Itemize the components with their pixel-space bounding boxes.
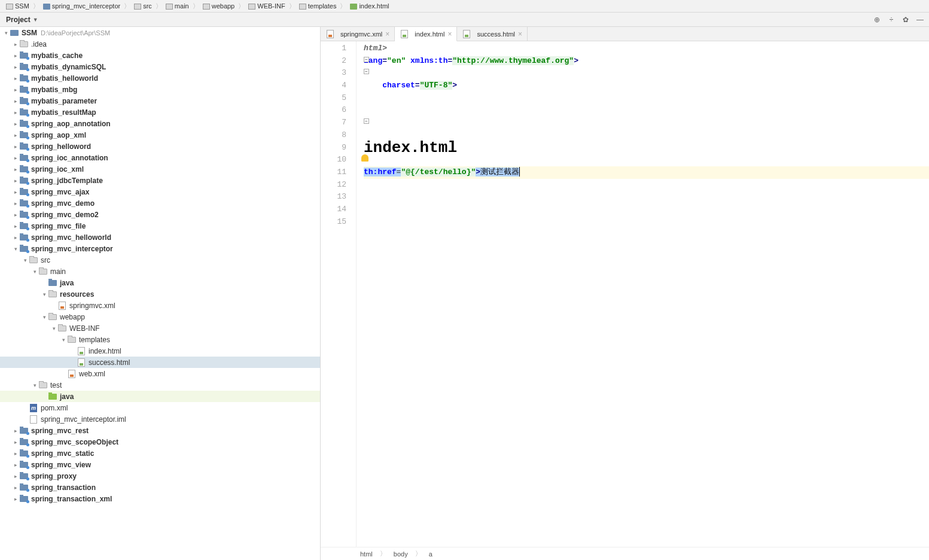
expand-arrow-icon[interactable]: ▾ bbox=[50, 325, 57, 331]
project-tree[interactable]: ▾ SSM D:\ideaPorject\Apr\SSM ▸ .idea ▸ m… bbox=[0, 27, 321, 560]
tree-item[interactable]: ▸ spring_transaction bbox=[0, 482, 320, 493]
tree-item[interactable]: ▸ spring_mvc_static bbox=[0, 448, 320, 459]
locate-icon[interactable]: ⊕ bbox=[873, 16, 881, 24]
close-icon[interactable]: × bbox=[385, 30, 389, 38]
tree-item[interactable]: ▸ spring_mvc_demo bbox=[0, 197, 320, 209]
tree-item[interactable]: ▾ src bbox=[0, 254, 320, 266]
tree-item[interactable]: ▸ spring_ioc_annotation bbox=[0, 152, 320, 163]
tree-item[interactable]: web.xml bbox=[0, 368, 320, 379]
breadcrumb-node[interactable]: a bbox=[425, 550, 436, 558]
breadcrumb-item[interactable]: templates bbox=[297, 2, 339, 10]
expand-arrow-icon[interactable]: ▸ bbox=[12, 439, 19, 445]
expand-arrow-icon[interactable]: ▾ bbox=[12, 246, 19, 252]
breadcrumb-item[interactable]: main bbox=[163, 2, 191, 10]
fold-icon[interactable]: − bbox=[364, 69, 369, 74]
tree-item[interactable]: ▾ main bbox=[0, 266, 320, 277]
tree-item[interactable]: index.html bbox=[0, 345, 320, 357]
tree-item[interactable]: ▸ spring_mvc_rest bbox=[0, 425, 320, 436]
expand-arrow-icon[interactable]: ▸ bbox=[12, 473, 19, 479]
expand-arrow-icon[interactable]: ▸ bbox=[12, 155, 19, 161]
tree-root-item[interactable]: ▾ SSM D:\ideaPorject\Apr\SSM bbox=[0, 27, 320, 38]
code-line[interactable] bbox=[364, 154, 929, 166]
tree-item[interactable]: ▸ spring_mvc_helloworld bbox=[0, 232, 320, 243]
tree-item[interactable]: ▸ mybatis_mbg bbox=[0, 84, 320, 95]
tree-item[interactable]: ▸ spring_ioc_xml bbox=[0, 163, 320, 175]
code-line[interactable]: −lang="en" xmlns:th="http://www.thymelea… bbox=[364, 55, 929, 68]
expand-arrow-icon[interactable]: ▾ bbox=[31, 269, 38, 275]
expand-arrow-icon[interactable]: ▸ bbox=[12, 41, 19, 47]
expand-arrow-icon[interactable]: ▸ bbox=[12, 166, 19, 172]
code-line[interactable]: − bbox=[364, 117, 929, 129]
expand-arrow-icon[interactable]: ▸ bbox=[12, 235, 19, 241]
breadcrumb-node[interactable]: html bbox=[357, 550, 376, 558]
tree-item[interactable]: ▸ .idea bbox=[0, 38, 320, 50]
collapse-all-icon[interactable]: ÷ bbox=[887, 16, 896, 24]
tree-item[interactable]: ▸ spring_mvc_ajax bbox=[0, 186, 320, 197]
tree-item[interactable]: ▾ resources bbox=[0, 288, 320, 300]
expand-arrow-icon[interactable]: ▸ bbox=[12, 496, 19, 502]
tree-item[interactable]: spring_mvc_interceptor.iml bbox=[0, 413, 320, 425]
tree-item[interactable]: ▸ spring_mvc_scopeObject bbox=[0, 436, 320, 448]
tree-item[interactable]: ▾ templates bbox=[0, 334, 320, 345]
tree-item[interactable]: ▸ mybatis_dynamicSQL bbox=[0, 61, 320, 72]
expand-arrow-icon[interactable]: ▸ bbox=[12, 98, 19, 104]
tree-item[interactable]: ▸ spring_mvc_demo2 bbox=[0, 209, 320, 220]
tree-item[interactable]: ▾ WEB-INF bbox=[0, 322, 320, 334]
editor-tab[interactable]: springmvc.xml × bbox=[321, 27, 395, 41]
code-editor[interactable]: 123456789101112131415 html>−lang="en" xm… bbox=[321, 41, 929, 547]
expand-arrow-icon[interactable]: ▸ bbox=[12, 87, 19, 93]
expand-arrow-icon[interactable]: ▾ bbox=[60, 337, 67, 343]
close-icon[interactable]: × bbox=[518, 30, 522, 38]
expand-arrow-icon[interactable]: ▸ bbox=[12, 223, 19, 229]
tree-item[interactable]: java bbox=[0, 277, 320, 288]
editor-tab[interactable]: success.html × bbox=[457, 27, 528, 41]
settings-icon[interactable]: ✿ bbox=[901, 16, 910, 24]
expand-arrow-icon[interactable]: ▸ bbox=[12, 64, 19, 70]
expand-arrow-icon[interactable]: ▸ bbox=[12, 200, 19, 206]
tree-item[interactable]: springmvc.xml bbox=[0, 300, 320, 311]
expand-arrow-icon[interactable]: ▸ bbox=[12, 144, 19, 150]
code-line[interactable]: html> bbox=[364, 42, 929, 55]
expand-arrow-icon[interactable]: ▾ bbox=[41, 314, 48, 320]
breadcrumb-item[interactable]: index.html bbox=[348, 2, 391, 10]
expand-arrow-icon[interactable]: ▸ bbox=[12, 428, 19, 434]
expand-arrow-icon[interactable]: ▸ bbox=[12, 212, 19, 218]
code-line[interactable] bbox=[364, 191, 929, 203]
breadcrumb-item[interactable]: SSM bbox=[4, 2, 32, 10]
tree-item[interactable]: ▾ webapp bbox=[0, 311, 320, 322]
code-line[interactable]: charset="UTF-8"> bbox=[364, 80, 929, 92]
tree-item[interactable]: ▸ mybatis_helloworld bbox=[0, 72, 320, 84]
tree-item[interactable]: ▸ mybatis_resultMap bbox=[0, 106, 320, 118]
code-content[interactable]: html>−lang="en" xmlns:th="http://www.thy… bbox=[357, 41, 929, 547]
tree-item[interactable]: ▸ spring_helloword bbox=[0, 141, 320, 152]
fold-icon[interactable]: − bbox=[364, 57, 369, 62]
tree-item[interactable]: ▾ spring_mvc_interceptor bbox=[0, 243, 320, 254]
tree-item[interactable]: ▸ spring_mvc_view bbox=[0, 459, 320, 470]
breadcrumb-item[interactable]: spring_mvc_interceptor bbox=[41, 2, 123, 10]
breadcrumb-item[interactable]: src bbox=[132, 2, 154, 10]
expand-arrow-icon[interactable]: ▸ bbox=[12, 178, 19, 184]
breadcrumb-item[interactable]: WEB-INF bbox=[246, 2, 287, 10]
project-view-selector[interactable]: Project ▼ bbox=[0, 16, 44, 24]
code-line[interactable]: </span><span class="tok-text">首页</span><… bbox=[364, 92, 929, 105]
breadcrumb-item[interactable]: webapp bbox=[200, 2, 237, 10]
tree-item[interactable]: ▸ mybatis_cache bbox=[0, 50, 320, 61]
expand-arrow-icon[interactable]: ▸ bbox=[12, 132, 19, 138]
code-line[interactable]: index.html bbox=[364, 142, 929, 154]
hide-icon[interactable]: — bbox=[916, 16, 924, 24]
tree-item[interactable]: ▸ spring_aop_annotation bbox=[0, 118, 320, 129]
tree-item[interactable]: m pom.xml bbox=[0, 402, 320, 413]
expand-arrow-icon[interactable]: ▾ bbox=[2, 30, 10, 36]
expand-arrow-icon[interactable]: ▸ bbox=[12, 121, 19, 127]
tree-item[interactable]: ▸ mybatis_parameter bbox=[0, 95, 320, 106]
intention-bulb-icon[interactable] bbox=[361, 154, 368, 162]
tree-item[interactable]: ▸ spring_jdbcTemplate bbox=[0, 175, 320, 186]
code-line[interactable]: th:href="@{/test/hello}">测试拦截器 bbox=[364, 166, 929, 179]
expand-arrow-icon[interactable]: ▸ bbox=[12, 75, 19, 81]
expand-arrow-icon[interactable]: ▾ bbox=[41, 291, 48, 297]
expand-arrow-icon[interactable]: ▸ bbox=[12, 485, 19, 491]
breadcrumb-node[interactable]: body bbox=[390, 550, 412, 558]
editor-tab[interactable]: index.html × bbox=[395, 27, 457, 41]
expand-arrow-icon[interactable]: ▾ bbox=[31, 382, 38, 388]
close-icon[interactable]: × bbox=[447, 30, 452, 38]
